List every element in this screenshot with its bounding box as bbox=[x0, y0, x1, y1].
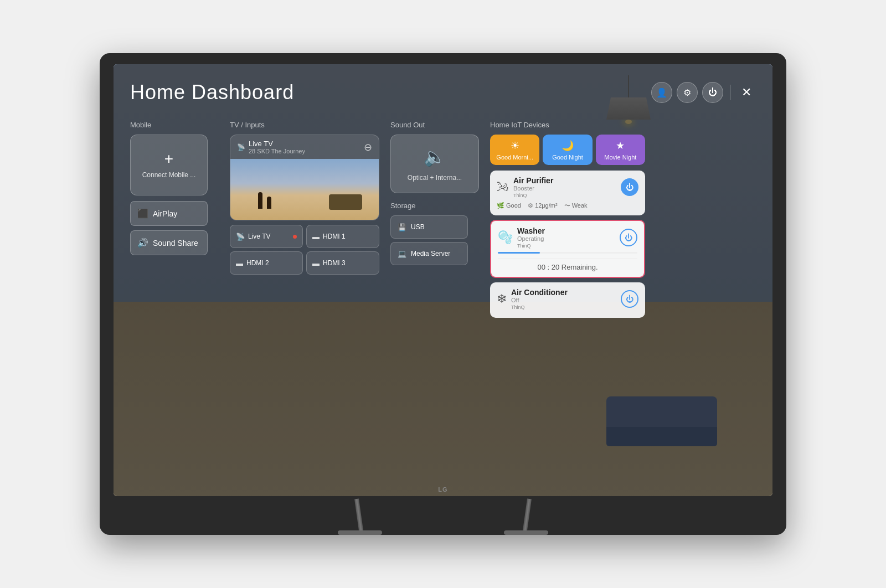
connect-mobile-label: Connect Mobile ... bbox=[142, 171, 196, 179]
media-server-icon: 💻 bbox=[398, 250, 406, 258]
airplay-button[interactable]: ⬛ AirPlay bbox=[130, 201, 208, 226]
hdmi2-input[interactable]: ▬ HDMI 2 bbox=[230, 251, 303, 275]
close-button[interactable]: ✕ bbox=[737, 83, 756, 102]
antenna-icon: 📡 bbox=[237, 143, 245, 151]
sound-output-label: Optical + Interna... bbox=[408, 174, 462, 182]
tv-stand bbox=[332, 499, 554, 535]
washer-status: Operating bbox=[517, 235, 545, 242]
airplay-label: AirPlay bbox=[153, 209, 177, 218]
air-conditioner-status: Off bbox=[511, 297, 568, 303]
wind-stat: 〜 Weak bbox=[564, 202, 588, 210]
hdmi2-label: HDMI 2 bbox=[246, 259, 269, 267]
stand-leg-left bbox=[354, 498, 364, 534]
good-morning-mode[interactable]: ☀ Good Morni... bbox=[490, 135, 539, 165]
stand-base-left bbox=[338, 530, 382, 535]
air-purifier-icon: 🌬 bbox=[497, 180, 509, 194]
media-server-label: Media Server bbox=[411, 250, 450, 257]
figure-1 bbox=[258, 192, 262, 209]
air-purifier-power[interactable]: ⏻ bbox=[621, 178, 638, 196]
washer-progress-fill bbox=[498, 252, 540, 254]
account-icon: 👤 bbox=[656, 87, 667, 98]
mobile-section: Mobile + Connect Mobile ... ⬛ AirPlay 🔊 … bbox=[130, 121, 219, 260]
account-button[interactable]: 👤 bbox=[651, 82, 672, 103]
washer-power[interactable]: ⏻ bbox=[620, 229, 637, 246]
sound-output-card[interactable]: 🔈 Optical + Interna... bbox=[390, 135, 479, 193]
sound-section: Sound Out 🔈 Optical + Interna... Storage… bbox=[390, 121, 479, 269]
washer-card: 🫧 Washer Operating ThinQ ⏻ bbox=[490, 220, 645, 278]
minimize-button[interactable]: ⊖ bbox=[364, 141, 372, 153]
live-tv-info: 📡 Live TV 28 SKD The Journey bbox=[237, 140, 305, 154]
sound-share-label: Sound Share bbox=[153, 239, 198, 247]
washer-info: Washer Operating ThinQ bbox=[517, 226, 545, 249]
air-conditioner-info: Air Conditioner Off ThinQ bbox=[511, 288, 568, 310]
movie-night-label: Movie Night bbox=[604, 154, 636, 161]
air-quality-stat: 🌿 Good bbox=[497, 202, 521, 210]
channel-name: Live TV bbox=[249, 140, 305, 148]
figure-2 bbox=[267, 197, 271, 209]
live-dot bbox=[293, 235, 297, 239]
air-conditioner-power[interactable]: ⏻ bbox=[621, 290, 638, 308]
washer-name: Washer bbox=[517, 226, 545, 235]
washer-icon: 🫧 bbox=[498, 230, 513, 245]
iot-modes: ☀ Good Morni... 🌙 Good Night ★ Movie Nig… bbox=[490, 135, 645, 165]
moon-icon: 🌙 bbox=[562, 140, 574, 152]
air-purifier-card: 🌬 Air Purifier Booster ThinQ ⏻ bbox=[490, 171, 645, 215]
dashboard-header: Home Dashboard 👤 ⚙ ⏻ ✕ bbox=[130, 81, 756, 104]
sections-grid: Mobile + Connect Mobile ... ⬛ AirPlay 🔊 … bbox=[130, 121, 756, 322]
close-icon: ✕ bbox=[741, 85, 751, 99]
hdmi1-input[interactable]: ▬ HDMI 1 bbox=[306, 225, 379, 248]
live-tv-input[interactable]: 📡 Live TV bbox=[230, 225, 303, 248]
power-icon: ⏻ bbox=[708, 87, 717, 97]
star-icon: ★ bbox=[616, 140, 625, 152]
storage-section-label: Storage bbox=[390, 202, 479, 210]
media-server-button[interactable]: 💻 Media Server bbox=[390, 242, 468, 265]
speaker-icon: 🔈 bbox=[424, 146, 446, 167]
air-purifier-status: Booster bbox=[513, 185, 553, 192]
air-purifier-info: Air Purifier Booster ThinQ bbox=[513, 176, 553, 198]
washer-timer: 00 : 20 Remaining. bbox=[498, 258, 637, 271]
stand-base-right bbox=[504, 530, 548, 535]
mobile-section-label: Mobile bbox=[130, 121, 219, 129]
good-night-mode[interactable]: 🌙 Good Night bbox=[543, 135, 592, 165]
channel-sub: 28 SKD The Journey bbox=[249, 148, 305, 154]
jeep bbox=[329, 194, 362, 210]
stand-leg-right bbox=[522, 498, 532, 534]
tv-frame: Home Dashboard 👤 ⚙ ⏻ ✕ bbox=[100, 53, 786, 535]
particle-stat: ⚙ 12μg/m² bbox=[528, 202, 558, 210]
washer-left: 🫧 Washer Operating ThinQ bbox=[498, 226, 545, 249]
iot-section: Home IoT Devices ☀ Good Morni... 🌙 Good … bbox=[490, 121, 645, 322]
air-conditioner-header: ❄ Air Conditioner Off ThinQ ⏻ bbox=[497, 288, 638, 310]
lg-logo: LG bbox=[438, 486, 447, 493]
air-conditioner-icon: ❄ bbox=[497, 292, 507, 306]
connect-mobile-card[interactable]: + Connect Mobile ... bbox=[130, 135, 208, 195]
sun-icon: ☀ bbox=[511, 140, 519, 152]
sound-share-button[interactable]: 🔊 Sound Share bbox=[130, 230, 208, 255]
power-button[interactable]: ⏻ bbox=[702, 82, 723, 103]
usb-icon: 💾 bbox=[398, 223, 406, 231]
hdmi2-icon: ▬ bbox=[236, 259, 243, 267]
washer-progress-bar bbox=[498, 252, 637, 254]
air-purifier-name: Air Purifier bbox=[513, 176, 553, 185]
settings-button[interactable]: ⚙ bbox=[677, 82, 698, 103]
live-tv-card[interactable]: 📡 Live TV 28 SKD The Journey ⊖ bbox=[230, 135, 379, 220]
usb-button[interactable]: 💾 USB bbox=[390, 215, 468, 239]
beach-figures bbox=[258, 192, 271, 209]
hdmi3-label: HDMI 3 bbox=[323, 259, 346, 267]
live-tv-input-label: Live TV bbox=[248, 233, 270, 240]
washer-thinq: ThinQ bbox=[517, 243, 545, 249]
air-conditioner-left: ❄ Air Conditioner Off ThinQ bbox=[497, 288, 568, 310]
settings-icon: ⚙ bbox=[683, 87, 691, 98]
header-actions: 👤 ⚙ ⏻ ✕ bbox=[651, 82, 756, 103]
page-title: Home Dashboard bbox=[130, 81, 294, 104]
hdmi3-input[interactable]: ▬ HDMI 3 bbox=[306, 251, 379, 275]
plus-icon: + bbox=[164, 151, 173, 167]
tv-screen: Home Dashboard 👤 ⚙ ⏻ ✕ bbox=[114, 64, 772, 496]
input-grid: 📡 Live TV ▬ HDMI 1 ▬ HDMI 2 bbox=[230, 225, 379, 275]
iot-section-label: Home IoT Devices bbox=[490, 121, 645, 129]
movie-night-mode[interactable]: ★ Movie Night bbox=[596, 135, 645, 165]
airplay-icon: ⬛ bbox=[137, 208, 148, 219]
good-morning-label: Good Morni... bbox=[496, 154, 533, 161]
good-night-label: Good Night bbox=[552, 154, 583, 161]
air-conditioner-thinq: ThinQ bbox=[511, 305, 568, 310]
tv-inputs-section: TV / Inputs 📡 Live TV 28 SKD The Journey bbox=[230, 121, 379, 275]
